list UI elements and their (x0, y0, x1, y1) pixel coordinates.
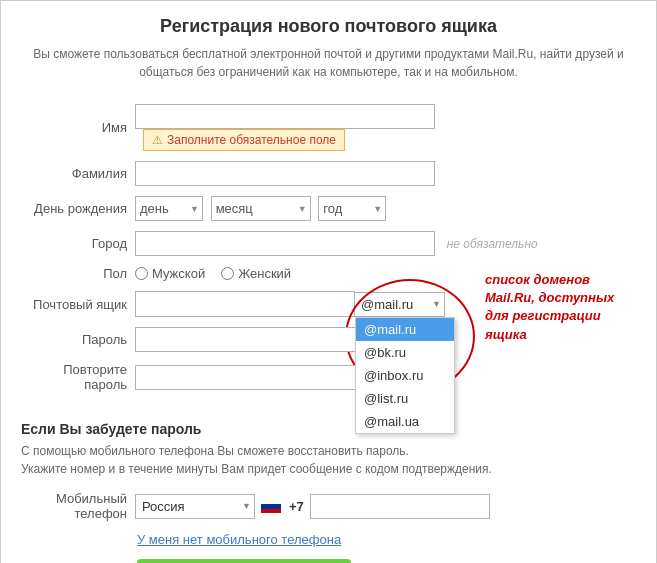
surname-label: Фамилия (21, 156, 131, 191)
domain-select-wrapper: @mail.ru @bk.ru @inbox.ru @list.ru @mail… (355, 292, 445, 317)
gender-female-radio[interactable] (221, 267, 234, 280)
gender-male-label: Мужской (152, 266, 205, 281)
phone-container: Россия +7 (135, 494, 632, 519)
city-label: Город (21, 226, 131, 261)
email-annotation-wrapper: @mail.ru @bk.ru @inbox.ru @list.ru @mail… (135, 291, 445, 317)
page-subtitle: Вы сможете пользоваться бесплатной элект… (21, 45, 636, 81)
month-select-wrapper: месяц (211, 196, 311, 221)
password-label: Пароль (21, 322, 131, 357)
registration-form: Имя Заполните обязательное поле Фамилия … (21, 99, 636, 397)
birthday-input-cell: день месяц год (131, 191, 636, 226)
surname-input-cell (131, 156, 636, 191)
surname-input[interactable] (135, 161, 435, 186)
recovery-title: Если Вы забудете пароль (21, 421, 636, 437)
domain-dropdown-popup: @mail.ru @bk.ru @inbox.ru @list.ru @mail… (355, 317, 455, 434)
city-row: Город не обязательно (21, 226, 636, 261)
birthday-row: День рождения день месяц год (21, 191, 636, 226)
page-container: Регистрация нового почтового ящика Вы см… (1, 1, 656, 563)
day-select-wrapper: день (135, 196, 203, 221)
page-title: Регистрация нового почтового ящика (21, 16, 636, 37)
email-input-row: @mail.ru @bk.ru @inbox.ru @list.ru @mail… (135, 291, 445, 317)
year-select-wrapper: год (318, 196, 386, 221)
confirm-password-row: Повторите пароль (21, 357, 636, 397)
country-select-wrapper: Россия (135, 494, 255, 519)
gender-label: Пол (21, 261, 131, 286)
email-row: Почтовый ящик @mail.ru @bk.ru @inbox.ru … (21, 286, 636, 322)
gender-female-label: Женский (238, 266, 291, 281)
no-phone-link[interactable]: У меня нет мобильного телефона (137, 532, 341, 547)
recovery-section: Если Вы забудете пароль С помощью мобиль… (21, 411, 636, 547)
name-error-badge: Заполните обязательное поле (143, 129, 345, 151)
dropdown-option-mailru[interactable]: @mail.ru (356, 318, 454, 341)
phone-row: Мобильный телефон Россия +7 (21, 486, 636, 526)
city-input-cell: не обязательно (131, 226, 636, 261)
phone-input-cell: Россия +7 (131, 486, 636, 526)
phone-label: Мобильный телефон (21, 486, 131, 526)
dropdown-option-mailua[interactable]: @mail.ua (356, 410, 454, 433)
name-label: Имя (21, 99, 131, 156)
email-input-cell: @mail.ru @bk.ru @inbox.ru @list.ru @mail… (131, 286, 636, 322)
phone-prefix: +7 (289, 499, 304, 514)
recovery-subtitle: С помощью мобильного телефона Вы сможете… (21, 442, 636, 478)
country-select[interactable]: Россия (135, 494, 255, 519)
city-input[interactable] (135, 231, 435, 256)
email-input[interactable] (135, 291, 355, 317)
month-select[interactable]: месяц (211, 196, 311, 221)
dropdown-option-listru[interactable]: @list.ru (356, 387, 454, 410)
domain-select[interactable]: @mail.ru @bk.ru @inbox.ru @list.ru @mail… (355, 292, 445, 317)
day-select[interactable]: день (135, 196, 203, 221)
dropdown-option-bkru[interactable]: @bk.ru (356, 341, 454, 364)
year-select[interactable]: год (318, 196, 386, 221)
gender-female-option[interactable]: Женский (221, 266, 291, 281)
city-optional-hint: не обязательно (447, 237, 538, 251)
gender-male-option[interactable]: Мужской (135, 266, 205, 281)
russia-flag-icon (261, 500, 281, 513)
dropdown-option-inboxru[interactable]: @inbox.ru (356, 364, 454, 387)
surname-row: Фамилия (21, 156, 636, 191)
phone-number-input[interactable] (310, 494, 490, 519)
gender-male-radio[interactable] (135, 267, 148, 280)
register-button[interactable]: Зарегистрироваться (137, 559, 351, 563)
email-label: Почтовый ящик (21, 286, 131, 322)
birthday-label: День рождения (21, 191, 131, 226)
name-row: Имя Заполните обязательное поле (21, 99, 636, 156)
name-input[interactable] (135, 104, 435, 129)
password-row: Пароль (21, 322, 636, 357)
name-input-cell: Заполните обязательное поле (131, 99, 636, 156)
recovery-form: Мобильный телефон Россия +7 (21, 486, 636, 526)
confirm-password-label: Повторите пароль (21, 357, 131, 397)
